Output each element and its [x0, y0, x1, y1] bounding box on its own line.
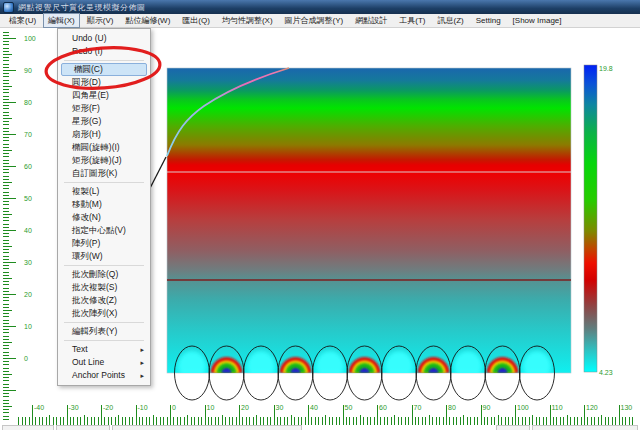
- menubar-item-4[interactable]: 匯出(Q): [177, 13, 215, 28]
- menubar: 檔案(U)編輯(X)顯示(V)點位編修(W)匯出(Q)均勻性調整(X)圖片合成調…: [0, 14, 640, 28]
- menu-item-label: 矩形(F): [72, 102, 100, 115]
- menubar-item-7[interactable]: 網點設計: [350, 13, 392, 28]
- menu-item-label: Anchor Points: [72, 369, 125, 382]
- cyan-dot-glow: [316, 351, 344, 381]
- edit-menu-item[interactable]: 星形(G): [60, 115, 148, 128]
- window-title: 網點視覺尺寸質化呈現模擬分佈圖: [18, 2, 146, 13]
- menu-item-label: 批次複製(S): [72, 281, 117, 294]
- colorbar-max-label: 19.8: [599, 65, 613, 72]
- menu-separator: [64, 265, 144, 266]
- menubar-item-1[interactable]: 編輯(X): [43, 13, 80, 28]
- menu-item-label: 四角星(E): [72, 89, 109, 102]
- heatmap-image[interactable]: [167, 68, 571, 373]
- menu-item-label: Text: [72, 343, 88, 356]
- edit-menu-item[interactable]: 四角星(E): [60, 89, 148, 102]
- edit-menu-dropdown: Undo (U)Redo (I)橢圓(C)圓形(D)四角星(E)矩形(F)星形(…: [57, 28, 151, 386]
- menu-item-label: Redo (I): [72, 45, 103, 58]
- edit-menu-item[interactable]: Text▸: [60, 343, 148, 356]
- menu-item-label: 環列(W): [72, 250, 103, 263]
- edit-menu-item[interactable]: 矩形(旋轉)(J): [60, 154, 148, 167]
- menubar-item-11[interactable]: [Show Image]: [508, 14, 567, 27]
- cyan-dot-glow: [454, 351, 482, 381]
- edit-menu-item[interactable]: 指定中心點(V): [60, 224, 148, 237]
- cyan-dot-glow: [247, 351, 275, 381]
- menu-separator: [64, 322, 144, 323]
- cyan-dot-glow: [385, 351, 413, 381]
- menu-item-label: 橢圓(C): [74, 64, 103, 75]
- menubar-item-10[interactable]: Setting: [471, 14, 506, 27]
- cyan-dot-glow: [178, 351, 206, 381]
- menubar-item-6[interactable]: 圖片合成調整(Y): [280, 13, 349, 28]
- edit-menu-item[interactable]: 陣列(P): [60, 237, 148, 250]
- menubar-item-9[interactable]: 訊息(Z): [432, 13, 468, 28]
- menu-item-label: 複製(L): [72, 185, 99, 198]
- menu-item-label: Undo (U): [72, 32, 106, 45]
- status-cell: [496, 425, 530, 430]
- edit-menu-item[interactable]: 扇形(H): [60, 128, 148, 141]
- menubar-item-8[interactable]: 工具(T): [394, 13, 430, 28]
- menu-item-label: 指定中心點(V): [72, 224, 126, 237]
- submenu-arrow-icon: ▸: [140, 369, 144, 382]
- menu-item-label: 批次修改(Z): [72, 294, 117, 307]
- workspace: 19.8 4.23 1009080706050403020100 -40-30-…: [0, 28, 640, 430]
- menu-item-label: 星形(G): [72, 115, 101, 128]
- status-cell: [532, 425, 638, 430]
- menu-separator: [64, 182, 144, 183]
- edit-menu-item[interactable]: 批次修改(Z): [60, 294, 148, 307]
- menubar-item-2[interactable]: 顯示(V): [82, 13, 119, 28]
- menubar-item-5[interactable]: 均勻性調整(X): [217, 13, 278, 28]
- edit-menu-item[interactable]: 編輯列表(Y): [60, 325, 148, 338]
- edit-menu-item[interactable]: 修改(N): [60, 211, 148, 224]
- menu-item-label: 自訂圖形(K): [72, 167, 117, 180]
- edit-menu-item[interactable]: 批次複製(S): [60, 281, 148, 294]
- edit-menu-item[interactable]: 移動(M): [60, 198, 148, 211]
- status-cell: [2, 425, 54, 430]
- edit-menu-item[interactable]: Out Line▸: [60, 356, 148, 369]
- menu-item-label: Out Line: [72, 356, 104, 369]
- cyan-dot-glow: [523, 351, 551, 381]
- app-icon: [3, 2, 14, 13]
- menubar-item-3[interactable]: 點位編修(W): [120, 13, 175, 28]
- edit-menu-item[interactable]: Undo (U): [60, 32, 148, 45]
- menu-item-label: 編輯列表(Y): [72, 325, 117, 338]
- menu-item-label: 圓形(D): [72, 76, 101, 89]
- menu-item-label: 批次陣列(X): [72, 307, 117, 320]
- edit-menu-item[interactable]: 橢圓(C): [61, 63, 147, 76]
- edit-menu-item[interactable]: 自訂圖形(K): [60, 167, 148, 180]
- menu-item-label: 橢圓(旋轉)(I): [72, 141, 120, 154]
- menu-item-label: 批次刪除(Q): [72, 268, 118, 281]
- submenu-arrow-icon: ▸: [140, 356, 144, 369]
- edit-menu-item[interactable]: 矩形(F): [60, 102, 148, 115]
- status-cell: [112, 425, 302, 430]
- edit-menu-item[interactable]: Anchor Points▸: [60, 369, 148, 382]
- menu-item-label: 矩形(旋轉)(J): [72, 154, 122, 167]
- edit-menu-item[interactable]: 橢圓(旋轉)(I): [60, 141, 148, 154]
- menubar-item-0[interactable]: 檔案(U): [4, 13, 41, 28]
- edit-menu-item[interactable]: 批次陣列(X): [60, 307, 148, 320]
- menu-separator: [64, 340, 144, 341]
- status-bar: [0, 425, 640, 430]
- submenu-arrow-icon: ▸: [140, 343, 144, 356]
- window-titlebar[interactable]: 網點視覺尺寸質化呈現模擬分佈圖: [0, 0, 640, 14]
- menu-item-label: 修改(N): [72, 211, 101, 224]
- edit-menu-item[interactable]: 複製(L): [60, 185, 148, 198]
- colorbar: [584, 65, 597, 372]
- status-cell: [56, 425, 110, 430]
- edit-menu-item[interactable]: 批次刪除(Q): [60, 268, 148, 281]
- menu-item-label: 陣列(P): [72, 237, 100, 250]
- menu-separator: [64, 60, 144, 61]
- menu-item-label: 扇形(H): [72, 128, 101, 141]
- menu-item-label: 移動(M): [72, 198, 102, 211]
- colorbar-min-label: 4.23: [599, 369, 613, 376]
- edit-menu-item[interactable]: Redo (I): [60, 45, 148, 58]
- edit-menu-item[interactable]: 環列(W): [60, 250, 148, 263]
- edit-menu-item[interactable]: 圓形(D): [60, 76, 148, 89]
